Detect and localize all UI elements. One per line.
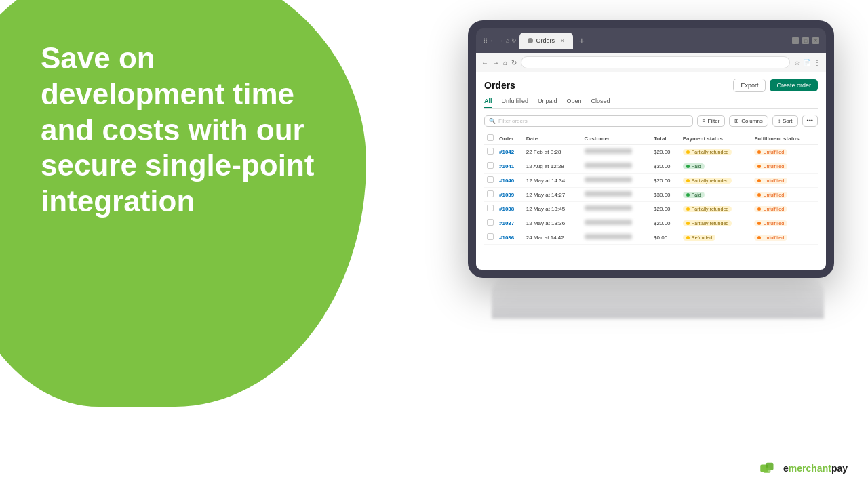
order-total: $20.00 [651, 174, 680, 188]
tab-close-icon[interactable]: ✕ [560, 38, 565, 44]
filter-bar: 🔍 Filter orders ≡ Filter ⊞ Columns ↕ Sor… [484, 115, 818, 127]
row-checkbox[interactable] [484, 159, 496, 174]
payment-status: Partially refunded [680, 145, 752, 159]
home-icon: ⌂ [506, 37, 509, 44]
row-checkbox[interactable] [484, 216, 496, 230]
table-row[interactable]: #1039 12 May at 14:27 $30.00 Paid Unfulf… [484, 188, 818, 202]
order-id: #1037 [496, 216, 524, 230]
toolbar-forward-icon[interactable]: → [492, 59, 499, 66]
order-total: $20.00 [651, 145, 680, 159]
toolbar-home-icon[interactable]: ⌂ [503, 59, 507, 66]
fulfillment-status: Unfulfilled [751, 230, 818, 245]
row-checkbox[interactable] [484, 174, 496, 188]
tab-open[interactable]: Open [567, 98, 582, 108]
order-date: 22 Feb at 8:28 [524, 145, 582, 159]
fulfillment-status: Unfulfilled [751, 202, 818, 216]
customer-name [582, 159, 651, 174]
browser-content: Orders Export Create order All Unfulfill… [476, 72, 826, 270]
toolbar-right-icons: ☆ 📄 ⋮ [794, 59, 821, 66]
orders-tabs: All Unfulfilled Unpaid Open Closed [484, 98, 818, 109]
browser-chrome: ⠿ ← → ⌂ ↻ Orders ✕ + ─ □ ✕ [476, 28, 826, 53]
customer-name [582, 145, 651, 159]
orders-header: Orders Export Create order [484, 79, 818, 92]
hero-line5: integration [41, 184, 195, 218]
table-row[interactable]: #1042 22 Feb at 8:28 $20.00 Partially re… [484, 145, 818, 159]
back-icon: ← [490, 37, 496, 44]
hero-line2: development time [41, 77, 294, 110]
logo: emerchantpay [760, 461, 848, 476]
customer-name [582, 174, 651, 188]
browser-tab-active[interactable]: Orders ✕ [519, 33, 573, 49]
browser-toolbar: ← → ⌂ ↻ ☆ 📄 ⋮ [476, 53, 826, 72]
forward-icon: → [498, 37, 504, 44]
maximize-button[interactable]: □ [802, 37, 809, 44]
star-icon[interactable]: ☆ [794, 59, 800, 66]
table-row[interactable]: #1041 12 Aug at 12:28 $30.00 Paid Unfulf… [484, 159, 818, 174]
toolbar-back-icon[interactable]: ← [481, 59, 488, 66]
fulfillment-status: Unfulfilled [751, 174, 818, 188]
orders-actions: Export Create order [733, 79, 818, 92]
tab-unfulfilled[interactable]: Unfulfilled [502, 98, 529, 108]
row-checkbox[interactable] [484, 145, 496, 159]
hero-line1: Save on [41, 41, 155, 75]
payment-status: Partially refunded [680, 202, 752, 216]
table-row[interactable]: #1038 12 May at 13:45 $20.00 Partially r… [484, 202, 818, 216]
columns-button[interactable]: ⊞ Columns [729, 115, 768, 127]
toolbar-refresh-icon[interactable]: ↻ [511, 59, 517, 66]
search-box[interactable]: 🔍 Filter orders [484, 115, 693, 127]
more-options-button[interactable]: ••• [802, 115, 818, 127]
page-title: Orders [484, 80, 515, 91]
logo-icon [760, 461, 779, 476]
order-id: #1038 [496, 202, 524, 216]
menu-icon[interactable]: ⋮ [814, 59, 821, 66]
table-row[interactable]: #1040 12 May at 14:34 $20.00 Partially r… [484, 174, 818, 188]
browser-tabs-area: ⠿ ← → ⌂ ↻ Orders ✕ + [483, 33, 788, 49]
date-col-header: Date [524, 132, 582, 145]
table-header-row: Order Date Customer Total Payment status… [484, 132, 818, 145]
apps-icon: ⠿ [483, 37, 488, 45]
fulfillment-status: Unfulfilled [751, 145, 818, 159]
order-total: $30.00 [651, 159, 680, 174]
export-button[interactable]: Export [733, 79, 766, 92]
order-id: #1036 [496, 230, 524, 245]
filter-button[interactable]: ≡ Filter [697, 115, 725, 127]
sort-button[interactable]: ↕ Sort [772, 115, 798, 127]
address-bar[interactable] [521, 56, 790, 68]
row-checkbox[interactable] [484, 202, 496, 216]
customer-col-header: Customer [582, 132, 651, 145]
page-icon[interactable]: 📄 [803, 59, 811, 66]
window-controls: ─ □ ✕ [792, 37, 819, 44]
row-checkbox[interactable] [484, 188, 496, 202]
payment-status: Paid [680, 188, 752, 202]
payment-status: Refunded [680, 230, 752, 245]
table-row[interactable]: #1037 12 May at 13:36 $20.00 Partially r… [484, 216, 818, 230]
tab-favicon [528, 38, 533, 43]
order-total: $30.00 [651, 188, 680, 202]
tab-closed[interactable]: Closed [591, 98, 610, 108]
create-order-button[interactable]: Create order [770, 79, 818, 92]
order-id: #1039 [496, 188, 524, 202]
payment-status: Partially refunded [680, 216, 752, 230]
filter-icon: ≡ [703, 118, 706, 124]
tablet-frame: ⠿ ← → ⌂ ↻ Orders ✕ + ─ □ ✕ [468, 20, 834, 278]
payment-status: Partially refunded [680, 174, 752, 188]
columns-label: Columns [741, 118, 763, 124]
close-button[interactable]: ✕ [812, 37, 819, 44]
payment-col-header: Payment status [680, 132, 752, 145]
order-date: 12 May at 14:27 [524, 188, 582, 202]
fulfillment-status: Unfulfilled [751, 159, 818, 174]
minimize-button[interactable]: ─ [792, 37, 799, 44]
orders-table: Order Date Customer Total Payment status… [484, 132, 818, 245]
tab-title: Orders [536, 37, 555, 44]
hero-line3: and costs with our [41, 113, 304, 146]
order-date: 12 May at 13:36 [524, 216, 582, 230]
table-row[interactable]: #1036 24 Mar at 14:42 $0.00 Refunded Unf… [484, 230, 818, 245]
refresh-icon: ↻ [511, 37, 517, 44]
customer-name [582, 216, 651, 230]
tab-all[interactable]: All [484, 98, 492, 108]
row-checkbox[interactable] [484, 230, 496, 245]
tab-unpaid[interactable]: Unpaid [538, 98, 557, 108]
order-id: #1040 [496, 174, 524, 188]
new-tab-button[interactable]: + [576, 35, 588, 47]
order-id: #1042 [496, 145, 524, 159]
